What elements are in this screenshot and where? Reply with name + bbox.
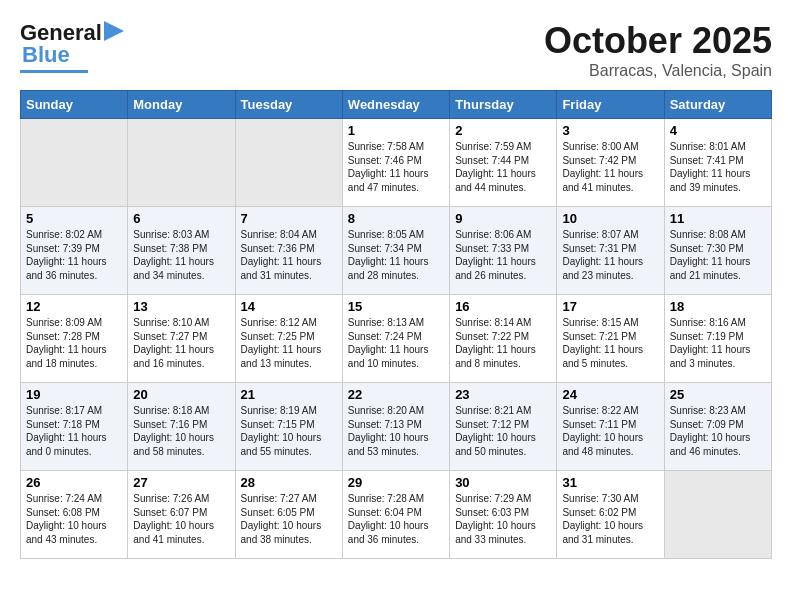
day-number: 4 <box>670 123 766 138</box>
day-cell-0-1 <box>128 119 235 207</box>
day-cell-2-5: 17Sunrise: 8:15 AM Sunset: 7:21 PM Dayli… <box>557 295 664 383</box>
day-info: Sunrise: 7:26 AM Sunset: 6:07 PM Dayligh… <box>133 492 229 546</box>
day-info: Sunrise: 7:29 AM Sunset: 6:03 PM Dayligh… <box>455 492 551 546</box>
day-cell-0-2 <box>235 119 342 207</box>
day-info: Sunrise: 8:19 AM Sunset: 7:15 PM Dayligh… <box>241 404 337 458</box>
day-number: 23 <box>455 387 551 402</box>
day-number: 3 <box>562 123 658 138</box>
day-number: 30 <box>455 475 551 490</box>
day-number: 31 <box>562 475 658 490</box>
day-cell-3-0: 19Sunrise: 8:17 AM Sunset: 7:18 PM Dayli… <box>21 383 128 471</box>
day-info: Sunrise: 8:10 AM Sunset: 7:27 PM Dayligh… <box>133 316 229 370</box>
day-number: 21 <box>241 387 337 402</box>
day-number: 8 <box>348 211 444 226</box>
week-row-2: 5Sunrise: 8:02 AM Sunset: 7:39 PM Daylig… <box>21 207 772 295</box>
title-block: October 2025 Barracas, Valencia, Spain <box>544 20 772 80</box>
logo-blue-text: Blue <box>22 42 70 68</box>
day-cell-1-6: 11Sunrise: 8:08 AM Sunset: 7:30 PM Dayli… <box>664 207 771 295</box>
day-number: 29 <box>348 475 444 490</box>
day-cell-2-4: 16Sunrise: 8:14 AM Sunset: 7:22 PM Dayli… <box>450 295 557 383</box>
day-number: 22 <box>348 387 444 402</box>
day-number: 1 <box>348 123 444 138</box>
day-cell-0-4: 2Sunrise: 7:59 AM Sunset: 7:44 PM Daylig… <box>450 119 557 207</box>
day-info: Sunrise: 7:58 AM Sunset: 7:46 PM Dayligh… <box>348 140 444 194</box>
day-info: Sunrise: 8:00 AM Sunset: 7:42 PM Dayligh… <box>562 140 658 194</box>
day-cell-3-3: 22Sunrise: 8:20 AM Sunset: 7:13 PM Dayli… <box>342 383 449 471</box>
day-cell-2-3: 15Sunrise: 8:13 AM Sunset: 7:24 PM Dayli… <box>342 295 449 383</box>
logo: General Blue <box>20 20 124 73</box>
day-info: Sunrise: 7:27 AM Sunset: 6:05 PM Dayligh… <box>241 492 337 546</box>
day-number: 7 <box>241 211 337 226</box>
day-cell-4-1: 27Sunrise: 7:26 AM Sunset: 6:07 PM Dayli… <box>128 471 235 559</box>
day-info: Sunrise: 8:07 AM Sunset: 7:31 PM Dayligh… <box>562 228 658 282</box>
day-info: Sunrise: 8:05 AM Sunset: 7:34 PM Dayligh… <box>348 228 444 282</box>
day-info: Sunrise: 7:30 AM Sunset: 6:02 PM Dayligh… <box>562 492 658 546</box>
day-info: Sunrise: 8:16 AM Sunset: 7:19 PM Dayligh… <box>670 316 766 370</box>
week-row-4: 19Sunrise: 8:17 AM Sunset: 7:18 PM Dayli… <box>21 383 772 471</box>
header-friday: Friday <box>557 91 664 119</box>
week-row-5: 26Sunrise: 7:24 AM Sunset: 6:08 PM Dayli… <box>21 471 772 559</box>
day-number: 11 <box>670 211 766 226</box>
day-cell-4-3: 29Sunrise: 7:28 AM Sunset: 6:04 PM Dayli… <box>342 471 449 559</box>
day-info: Sunrise: 8:12 AM Sunset: 7:25 PM Dayligh… <box>241 316 337 370</box>
location-subtitle: Barracas, Valencia, Spain <box>544 62 772 80</box>
day-cell-2-6: 18Sunrise: 8:16 AM Sunset: 7:19 PM Dayli… <box>664 295 771 383</box>
week-row-3: 12Sunrise: 8:09 AM Sunset: 7:28 PM Dayli… <box>21 295 772 383</box>
svg-marker-0 <box>104 21 124 41</box>
day-number: 12 <box>26 299 122 314</box>
day-cell-2-2: 14Sunrise: 8:12 AM Sunset: 7:25 PM Dayli… <box>235 295 342 383</box>
day-info: Sunrise: 8:09 AM Sunset: 7:28 PM Dayligh… <box>26 316 122 370</box>
header-thursday: Thursday <box>450 91 557 119</box>
day-info: Sunrise: 8:06 AM Sunset: 7:33 PM Dayligh… <box>455 228 551 282</box>
day-number: 10 <box>562 211 658 226</box>
day-info: Sunrise: 8:20 AM Sunset: 7:13 PM Dayligh… <box>348 404 444 458</box>
day-info: Sunrise: 8:22 AM Sunset: 7:11 PM Dayligh… <box>562 404 658 458</box>
day-cell-4-2: 28Sunrise: 7:27 AM Sunset: 6:05 PM Dayli… <box>235 471 342 559</box>
day-info: Sunrise: 8:08 AM Sunset: 7:30 PM Dayligh… <box>670 228 766 282</box>
day-cell-3-6: 25Sunrise: 8:23 AM Sunset: 7:09 PM Dayli… <box>664 383 771 471</box>
day-info: Sunrise: 7:24 AM Sunset: 6:08 PM Dayligh… <box>26 492 122 546</box>
day-cell-1-2: 7Sunrise: 8:04 AM Sunset: 7:36 PM Daylig… <box>235 207 342 295</box>
day-info: Sunrise: 8:04 AM Sunset: 7:36 PM Dayligh… <box>241 228 337 282</box>
day-number: 19 <box>26 387 122 402</box>
day-cell-3-4: 23Sunrise: 8:21 AM Sunset: 7:12 PM Dayli… <box>450 383 557 471</box>
day-number: 17 <box>562 299 658 314</box>
day-cell-2-0: 12Sunrise: 8:09 AM Sunset: 7:28 PM Dayli… <box>21 295 128 383</box>
day-number: 20 <box>133 387 229 402</box>
day-cell-1-3: 8Sunrise: 8:05 AM Sunset: 7:34 PM Daylig… <box>342 207 449 295</box>
day-info: Sunrise: 8:13 AM Sunset: 7:24 PM Dayligh… <box>348 316 444 370</box>
page-header: General Blue October 2025 Barracas, Vale… <box>20 20 772 80</box>
day-number: 5 <box>26 211 122 226</box>
day-info: Sunrise: 8:21 AM Sunset: 7:12 PM Dayligh… <box>455 404 551 458</box>
day-cell-0-3: 1Sunrise: 7:58 AM Sunset: 7:46 PM Daylig… <box>342 119 449 207</box>
day-info: Sunrise: 8:23 AM Sunset: 7:09 PM Dayligh… <box>670 404 766 458</box>
day-number: 25 <box>670 387 766 402</box>
day-number: 2 <box>455 123 551 138</box>
day-info: Sunrise: 8:02 AM Sunset: 7:39 PM Dayligh… <box>26 228 122 282</box>
day-cell-3-1: 20Sunrise: 8:18 AM Sunset: 7:16 PM Dayli… <box>128 383 235 471</box>
day-cell-1-5: 10Sunrise: 8:07 AM Sunset: 7:31 PM Dayli… <box>557 207 664 295</box>
day-info: Sunrise: 7:28 AM Sunset: 6:04 PM Dayligh… <box>348 492 444 546</box>
day-cell-4-0: 26Sunrise: 7:24 AM Sunset: 6:08 PM Dayli… <box>21 471 128 559</box>
month-title: October 2025 <box>544 20 772 62</box>
day-number: 28 <box>241 475 337 490</box>
day-cell-0-6: 4Sunrise: 8:01 AM Sunset: 7:41 PM Daylig… <box>664 119 771 207</box>
day-number: 13 <box>133 299 229 314</box>
day-number: 6 <box>133 211 229 226</box>
day-cell-0-5: 3Sunrise: 8:00 AM Sunset: 7:42 PM Daylig… <box>557 119 664 207</box>
day-cell-4-4: 30Sunrise: 7:29 AM Sunset: 6:03 PM Dayli… <box>450 471 557 559</box>
day-info: Sunrise: 8:17 AM Sunset: 7:18 PM Dayligh… <box>26 404 122 458</box>
day-cell-3-2: 21Sunrise: 8:19 AM Sunset: 7:15 PM Dayli… <box>235 383 342 471</box>
day-cell-1-4: 9Sunrise: 8:06 AM Sunset: 7:33 PM Daylig… <box>450 207 557 295</box>
day-number: 18 <box>670 299 766 314</box>
day-cell-3-5: 24Sunrise: 8:22 AM Sunset: 7:11 PM Dayli… <box>557 383 664 471</box>
day-info: Sunrise: 8:18 AM Sunset: 7:16 PM Dayligh… <box>133 404 229 458</box>
day-info: Sunrise: 8:03 AM Sunset: 7:38 PM Dayligh… <box>133 228 229 282</box>
header-wednesday: Wednesday <box>342 91 449 119</box>
day-cell-0-0 <box>21 119 128 207</box>
day-cell-4-5: 31Sunrise: 7:30 AM Sunset: 6:02 PM Dayli… <box>557 471 664 559</box>
day-info: Sunrise: 8:15 AM Sunset: 7:21 PM Dayligh… <box>562 316 658 370</box>
day-number: 9 <box>455 211 551 226</box>
logo-underline <box>20 70 88 73</box>
day-cell-4-6 <box>664 471 771 559</box>
